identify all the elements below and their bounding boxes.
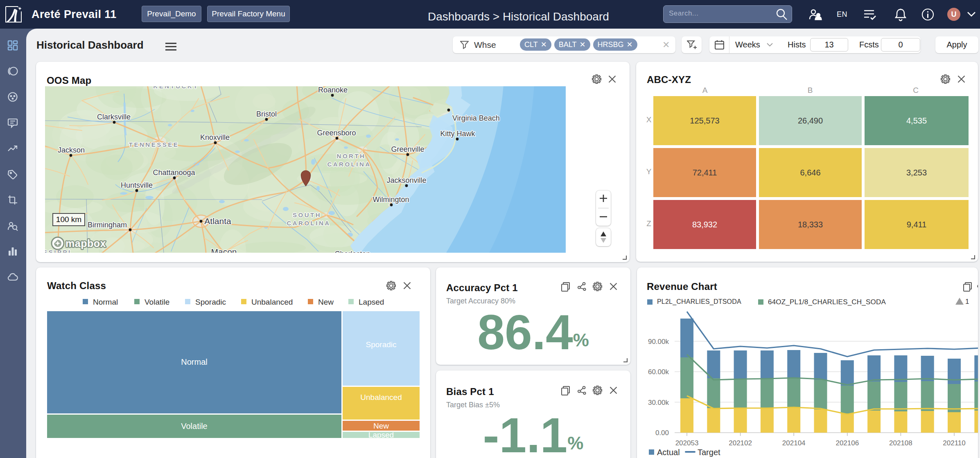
svg-text:Kitty Hawk: Kitty Hawk bbox=[440, 130, 475, 138]
svg-text:100 km: 100 km bbox=[56, 215, 81, 224]
svg-text:0.00: 0.00 bbox=[655, 429, 669, 437]
svg-text:Clarksville: Clarksville bbox=[97, 113, 131, 121]
svg-text:Roanoke: Roanoke bbox=[318, 86, 348, 94]
svg-text:Charleston: Charleston bbox=[334, 250, 370, 253]
svg-text:Greenville: Greenville bbox=[391, 145, 424, 153]
svg-text:CAROLINA: CAROLINA bbox=[287, 220, 330, 227]
svg-text:202106: 202106 bbox=[835, 439, 859, 447]
svg-text:Chattanooga: Chattanooga bbox=[153, 168, 195, 177]
svg-text:202108: 202108 bbox=[889, 439, 912, 447]
svg-text:CAROLINA: CAROLINA bbox=[327, 161, 371, 168]
svg-text:202102: 202102 bbox=[729, 439, 752, 447]
svg-text:mapbox: mapbox bbox=[65, 238, 106, 249]
svg-text:KENTUCKY: KENTUCKY bbox=[153, 86, 199, 90]
svg-text:SOUTH: SOUTH bbox=[293, 211, 321, 218]
svg-text:202104: 202104 bbox=[782, 439, 806, 447]
svg-text:202110: 202110 bbox=[943, 439, 965, 447]
svg-text:NORTH: NORTH bbox=[337, 153, 366, 159]
svg-text:Jackson: Jackson bbox=[58, 146, 85, 154]
svg-text:Virginia Beach: Virginia Beach bbox=[452, 114, 500, 122]
svg-text:Jacksonville: Jacksonville bbox=[386, 176, 426, 184]
svg-text:202053: 202053 bbox=[675, 439, 699, 447]
svg-text:Wilmington: Wilmington bbox=[373, 195, 409, 204]
svg-text:Huntsville: Huntsville bbox=[121, 181, 153, 189]
svg-text:TENNESSEE: TENNESSEE bbox=[129, 141, 179, 148]
svg-text:90.00k: 90.00k bbox=[648, 338, 669, 346]
svg-text:60.00k: 60.00k bbox=[648, 368, 669, 376]
svg-text:Macon: Macon bbox=[211, 247, 237, 253]
svg-text:Birmingham: Birmingham bbox=[88, 221, 127, 229]
svg-text:30.00k: 30.00k bbox=[648, 399, 669, 406]
svg-text:Bristol: Bristol bbox=[256, 110, 277, 118]
svg-text:Atlanta: Atlanta bbox=[204, 216, 231, 226]
svg-text:Knoxville: Knoxville bbox=[200, 133, 230, 141]
svg-text:Greensboro: Greensboro bbox=[317, 129, 356, 137]
